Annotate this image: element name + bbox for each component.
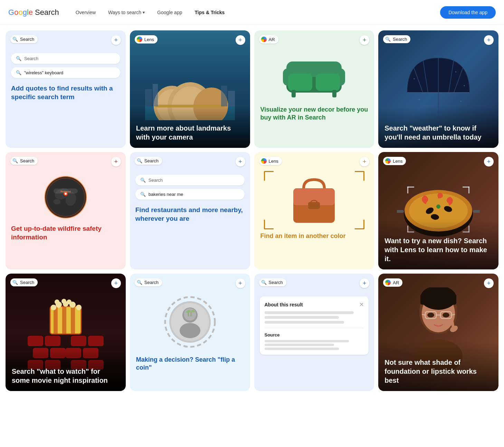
nav-link-overview[interactable]: Overview xyxy=(70,7,101,18)
badge-label: AR xyxy=(269,37,275,42)
chevron-down-icon: ▾ xyxy=(143,10,145,15)
svg-point-83 xyxy=(67,299,72,304)
card-restaurants[interactable]: 🔍 Search + 🔍 Search 🔍 bakeries near me F… xyxy=(130,152,250,269)
svg-rect-96 xyxy=(420,294,456,305)
badge-search: 🔍 Search xyxy=(10,35,38,43)
svg-rect-15 xyxy=(288,74,312,91)
expand-button[interactable]: + xyxy=(484,278,494,288)
card-foundation[interactable]: AR + Not sure what shade of foundation o… xyxy=(378,274,498,391)
card-title: Find restaurants and more nearby, wherev… xyxy=(135,206,245,223)
expand-button[interactable]: + xyxy=(111,278,121,288)
close-icon[interactable]: ✕ xyxy=(359,301,364,308)
badge-label: Search xyxy=(144,280,159,285)
nav-link-tips[interactable]: Tips & Tricks xyxy=(189,7,230,18)
badge-label: Search xyxy=(393,37,407,42)
badge-label: Lens xyxy=(269,159,278,164)
nav-link-ways[interactable]: Ways to search ▾ xyxy=(103,7,150,18)
svg-rect-63 xyxy=(88,336,104,346)
svg-point-82 xyxy=(61,299,66,304)
svg-rect-76 xyxy=(71,306,75,334)
badge-label: Search xyxy=(20,37,34,42)
expand-button[interactable]: + xyxy=(111,157,121,167)
svg-rect-10 xyxy=(228,91,235,106)
svg-rect-75 xyxy=(62,306,66,334)
expand-button[interactable]: + xyxy=(236,35,245,45)
search-icon-query: 🔍 xyxy=(140,192,146,197)
svg-rect-53 xyxy=(407,187,408,193)
svg-text:Redwood: Redwood xyxy=(60,190,71,193)
card-weather[interactable]: 🔍 Search + Search "weather" to know if y… xyxy=(378,30,498,148)
expand-button[interactable]: + xyxy=(236,278,245,288)
overlay-text: Not sure what shade of foundation or lip… xyxy=(378,341,498,391)
badge-label: Search xyxy=(144,158,159,163)
card-quotes[interactable]: 🔍 Search + 🔍 Search 🔍 "wireless" keyboar… xyxy=(6,30,126,148)
download-app-button[interactable]: Download the app xyxy=(440,6,496,19)
overlay-text: Want to try a new dish? Search with Lens… xyxy=(378,219,498,269)
card-wildfire[interactable]: 🔍 Search + Redwood xyxy=(6,152,126,269)
svg-point-90 xyxy=(184,308,196,321)
card-paella[interactable]: Lens + Want to try a new dish? Search wi… xyxy=(378,152,498,269)
card-ar-decor[interactable]: AR + Visualize your new decor xyxy=(254,30,374,148)
source-label: Source xyxy=(265,332,280,337)
svg-point-31 xyxy=(54,199,60,205)
svg-point-89 xyxy=(180,323,200,338)
card-title: Visualize your new decor before you buy … xyxy=(254,103,374,129)
card-movies[interactable]: 🔍 Search + Search "what to watch" for so… xyxy=(6,274,126,391)
svg-point-22 xyxy=(413,78,415,79)
google-wordmark: Google xyxy=(8,8,33,17)
badge-label: AR xyxy=(393,280,399,285)
card-title: Making a decision? Search "flip a coin" xyxy=(130,353,250,379)
expand-button[interactable]: + xyxy=(236,157,245,167)
card-lens-bag[interactable]: Lens + Find an item in xyxy=(254,152,374,269)
card-title: Get up-to-date wildfire safety informati… xyxy=(11,225,120,241)
expand-button[interactable]: + xyxy=(111,35,121,45)
query-text: bakeries near me xyxy=(149,192,183,197)
nav-link-app[interactable]: Google app xyxy=(152,7,188,18)
search-icon: 🔍 xyxy=(385,37,391,42)
svg-point-23 xyxy=(455,71,456,73)
navbar: Google Search Overview Ways to search ▾ … xyxy=(0,0,504,25)
svg-point-77 xyxy=(51,305,56,310)
svg-point-49 xyxy=(436,205,440,209)
card-coin[interactable]: 🔍 Search + Making a d xyxy=(130,274,250,391)
svg-rect-50 xyxy=(397,210,404,213)
overlay-text: Search "what to watch" for some movie ni… xyxy=(6,350,126,391)
card-about-result[interactable]: 🔍 Search + About this result ✕ Source xyxy=(254,274,374,391)
expand-button[interactable]: + xyxy=(484,35,494,45)
search-icon: 🔍 xyxy=(137,158,142,163)
card-title: Find an item in another color xyxy=(254,231,374,247)
svg-point-25 xyxy=(419,99,420,100)
svg-point-81 xyxy=(76,305,82,310)
overlay-text: Learn more about landmarks with your cam… xyxy=(130,106,250,148)
svg-rect-7 xyxy=(145,89,152,106)
search-icon: 🔍 xyxy=(261,280,267,285)
query-text: "wireless" keyboard xyxy=(24,70,63,75)
svg-rect-16 xyxy=(316,74,340,91)
overlay-text: Search "weather" to know if you'll need … xyxy=(378,106,498,148)
search-bar-text: Search xyxy=(149,178,163,183)
card-landmarks[interactable]: Lens + Learn more about landmarks with y… xyxy=(130,30,250,148)
svg-rect-60 xyxy=(28,336,43,346)
svg-point-103 xyxy=(443,313,449,317)
logo[interactable]: Google Search xyxy=(8,8,59,17)
svg-point-26 xyxy=(460,101,462,102)
nav-links: Overview Ways to search ▾ Google app Tip… xyxy=(70,7,440,18)
badge-label: Lens xyxy=(144,37,154,42)
search-icon: 🔍 xyxy=(12,158,18,163)
search-icon-small: 🔍 xyxy=(16,56,21,61)
expand-button[interactable]: + xyxy=(360,278,369,288)
svg-rect-51 xyxy=(473,210,480,213)
lens-icon xyxy=(385,158,391,164)
ar-icon xyxy=(261,37,267,42)
ar-icon xyxy=(385,280,391,285)
about-title: About this result xyxy=(265,302,303,307)
lens-icon xyxy=(137,37,142,42)
expand-button[interactable]: + xyxy=(484,157,494,167)
svg-rect-61 xyxy=(45,336,60,346)
search-icon-query: 🔍 xyxy=(16,70,21,75)
search-icon-small: 🔍 xyxy=(140,178,146,183)
tips-grid: 🔍 Search + 🔍 Search 🔍 "wireless" keyboar… xyxy=(0,25,504,397)
search-wordmark: Search xyxy=(35,8,59,17)
badge-label: Search xyxy=(20,280,34,285)
badge-label: Search xyxy=(269,280,283,285)
